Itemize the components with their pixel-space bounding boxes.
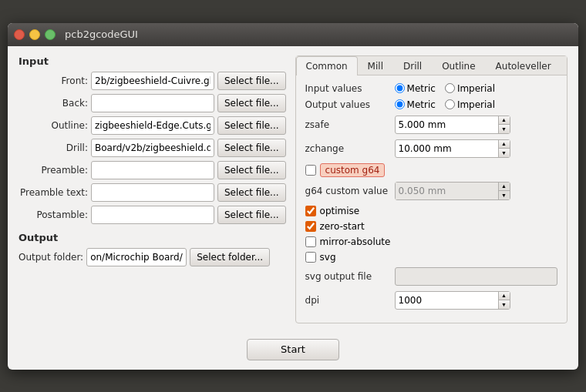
svg-label: svg [320, 252, 336, 263]
postamble-label: Postamble: [19, 209, 88, 220]
dpi-spinbox[interactable]: ▲ ▼ [395, 291, 510, 310]
close-button[interactable] [14, 29, 25, 40]
svg-output-label: svg output file [305, 271, 390, 282]
g64-spinbox[interactable]: ▲ ▼ [395, 182, 510, 200]
window-title: pcb2gcodeGUI [65, 28, 138, 40]
g64-arrows: ▲ ▼ [498, 183, 510, 199]
zsafe-up-button[interactable]: ▲ [499, 116, 510, 126]
svg-output-input[interactable] [395, 267, 557, 286]
tab-common[interactable]: Common [296, 56, 358, 75]
mirror-absolute-label: mirror-absolute [320, 236, 391, 247]
zchange-input[interactable] [396, 140, 498, 157]
front-row: Front: Select file... [19, 72, 286, 90]
postamble-row: Postamble: Select file... [19, 206, 286, 224]
back-select-button[interactable]: Select file... [217, 94, 286, 112]
g64-up-button[interactable]: ▲ [499, 183, 510, 192]
g64-custom-value-label: g64 custom value [305, 186, 390, 196]
input-values-row: Input values Metric Imperial [305, 83, 557, 94]
zchange-up-button[interactable]: ▲ [499, 140, 510, 149]
outline-select-button[interactable]: Select file... [217, 116, 286, 135]
tab-outline[interactable]: Outline [432, 56, 485, 75]
output-imperial-option[interactable]: Imperial [445, 99, 495, 110]
preamble-label: Preamble: [19, 165, 88, 176]
dpi-down-button[interactable]: ▼ [499, 300, 510, 309]
optimise-row: optimise [305, 206, 557, 216]
output-imperial-label: Imperial [457, 99, 495, 110]
postamble-input[interactable] [91, 206, 214, 224]
front-select-button[interactable]: Select file... [217, 72, 286, 90]
preamble-select-button[interactable]: Select file... [217, 161, 286, 179]
input-metric-radio[interactable] [395, 83, 405, 93]
dpi-input[interactable] [396, 292, 498, 309]
g64-custom-value-row: g64 custom value ▲ ▼ [305, 182, 557, 200]
drill-input[interactable] [91, 139, 214, 157]
main-window: pcb2gcodeGUI Input Front: Select file...… [8, 23, 578, 370]
zsafe-input[interactable] [396, 116, 498, 133]
output-metric-option[interactable]: Metric [395, 99, 436, 110]
tab-drill[interactable]: Drill [393, 56, 432, 75]
tab-autoleveller[interactable]: Autoleveller [486, 56, 561, 75]
svg-row: svg [305, 252, 557, 263]
zchange-spinbox[interactable]: ▲ ▼ [395, 139, 510, 158]
optimise-checkbox[interactable] [305, 206, 316, 216]
zsafe-label: zsafe [305, 119, 390, 130]
dpi-up-button[interactable]: ▲ [499, 292, 510, 301]
input-metric-option[interactable]: Metric [395, 83, 436, 94]
dpi-row: dpi ▲ ▼ [305, 291, 557, 310]
bottom-bar: Start [8, 333, 578, 370]
custom-g64-label: custom g64 [320, 163, 386, 177]
input-imperial-option[interactable]: Imperial [445, 83, 495, 94]
preamble-input[interactable] [91, 161, 214, 179]
output-folder-row: Output folder: Select folder... [19, 248, 286, 266]
front-input[interactable] [91, 72, 214, 90]
right-panel: Common Mill Drill Outline Autoleveller I… [295, 55, 567, 323]
mirror-absolute-checkbox[interactable] [305, 236, 316, 247]
back-input[interactable] [91, 94, 214, 112]
front-label: Front: [19, 75, 88, 86]
zero-start-row: zero-start [305, 221, 557, 232]
outline-label: Outline: [19, 120, 88, 131]
zero-start-checkbox[interactable] [305, 221, 316, 232]
zchange-arrows: ▲ ▼ [498, 140, 510, 157]
start-button[interactable]: Start [247, 339, 339, 360]
preamble-row: Preamble: Select file... [19, 161, 286, 179]
input-imperial-radio[interactable] [445, 83, 455, 93]
g64-down-button[interactable]: ▼ [499, 191, 510, 199]
outline-input[interactable] [91, 116, 214, 135]
input-section-title: Input [19, 55, 286, 67]
preamble-text-input[interactable] [91, 183, 214, 202]
back-row: Back: Select file... [19, 94, 286, 112]
left-panel: Input Front: Select file... Back: Select… [19, 55, 286, 323]
mirror-absolute-row: mirror-absolute [305, 236, 557, 247]
input-imperial-label: Imperial [457, 83, 495, 94]
output-metric-radio[interactable] [395, 99, 405, 109]
titlebar: pcb2gcodeGUI [8, 23, 578, 46]
g64-input[interactable] [396, 183, 498, 199]
dpi-label: dpi [305, 295, 390, 306]
zchange-down-button[interactable]: ▼ [499, 149, 510, 157]
output-section-title: Output [19, 232, 286, 243]
preamble-text-row: Preamble text: Select file... [19, 183, 286, 202]
minimize-button[interactable] [29, 29, 40, 40]
drill-select-button[interactable]: Select file... [217, 139, 286, 157]
preamble-text-select-button[interactable]: Select file... [217, 183, 286, 202]
common-tab-content: Input values Metric Imperial O [296, 75, 567, 323]
optimise-label: optimise [320, 206, 360, 216]
postamble-select-button[interactable]: Select file... [217, 206, 286, 224]
output-imperial-radio[interactable] [445, 99, 455, 109]
main-content: Input Front: Select file... Back: Select… [8, 46, 578, 333]
maximize-button[interactable] [45, 29, 56, 40]
custom-g64-row: custom g64 [305, 163, 557, 177]
zsafe-arrows: ▲ ▼ [498, 116, 510, 133]
svg-checkbox[interactable] [305, 252, 316, 263]
input-values-label: Input values [305, 83, 390, 94]
output-values-row: Output values Metric Imperial [305, 99, 557, 110]
zsafe-down-button[interactable]: ▼ [499, 125, 510, 133]
drill-label: Drill: [19, 142, 88, 153]
input-metric-label: Metric [407, 83, 436, 94]
zsafe-spinbox[interactable]: ▲ ▼ [395, 116, 510, 134]
output-folder-select-button[interactable]: Select folder... [190, 248, 270, 266]
tab-mill[interactable]: Mill [358, 56, 393, 75]
custom-g64-checkbox[interactable] [305, 165, 316, 176]
output-folder-input[interactable] [86, 248, 187, 266]
